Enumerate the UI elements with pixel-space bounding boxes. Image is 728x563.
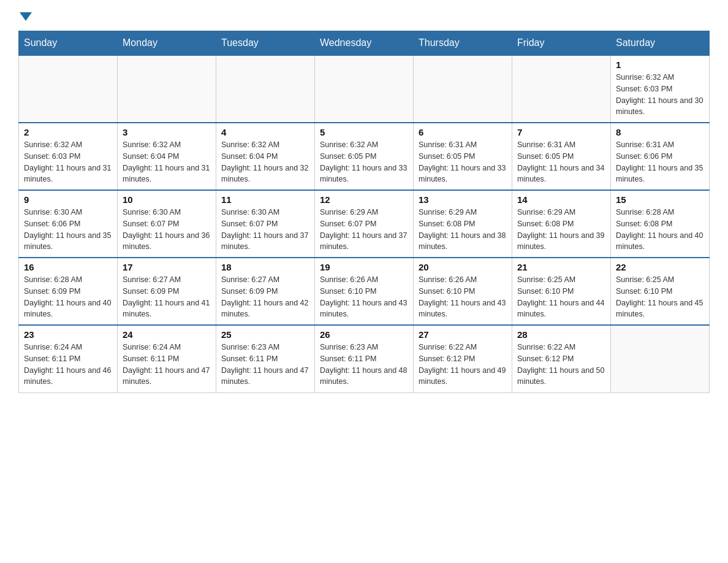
- day-number: 7: [517, 127, 605, 137]
- day-info: Sunrise: 6:30 AMSunset: 6:07 PMDaylight:…: [221, 207, 309, 253]
- day-info: Sunrise: 6:25 AMSunset: 6:10 PMDaylight:…: [616, 274, 704, 320]
- day-number: 16: [24, 262, 112, 272]
- day-info: Sunrise: 6:27 AMSunset: 6:09 PMDaylight:…: [221, 274, 309, 320]
- calendar-cell: 14Sunrise: 6:29 AMSunset: 6:08 PMDayligh…: [512, 190, 611, 258]
- day-number: 13: [419, 194, 507, 205]
- day-number: 6: [419, 127, 507, 137]
- calendar-cell: 11Sunrise: 6:30 AMSunset: 6:07 PMDayligh…: [216, 190, 315, 258]
- day-number: 24: [123, 329, 211, 340]
- page-header: [18, 12, 710, 21]
- day-number: 10: [123, 194, 211, 205]
- calendar-cell: 2Sunrise: 6:32 AMSunset: 6:03 PMDaylight…: [19, 123, 118, 190]
- calendar-cell: [216, 55, 315, 123]
- calendar-week-row: 2Sunrise: 6:32 AMSunset: 6:03 PMDaylight…: [19, 123, 710, 190]
- calendar-cell: 5Sunrise: 6:32 AMSunset: 6:05 PMDaylight…: [315, 123, 414, 190]
- day-info: Sunrise: 6:26 AMSunset: 6:10 PMDaylight:…: [320, 274, 408, 320]
- calendar-cell: 1Sunrise: 6:32 AMSunset: 6:03 PMDaylight…: [611, 55, 710, 123]
- day-info: Sunrise: 6:29 AMSunset: 6:08 PMDaylight:…: [419, 207, 507, 253]
- day-info: Sunrise: 6:32 AMSunset: 6:03 PMDaylight:…: [24, 139, 112, 185]
- calendar-week-row: 1Sunrise: 6:32 AMSunset: 6:03 PMDaylight…: [19, 55, 710, 123]
- logo-triangle-icon: [20, 12, 32, 21]
- day-number: 1: [616, 59, 704, 70]
- day-number: 26: [320, 329, 408, 340]
- day-number: 3: [123, 127, 211, 137]
- calendar-week-row: 16Sunrise: 6:28 AMSunset: 6:09 PMDayligh…: [19, 258, 710, 325]
- calendar-week-row: 23Sunrise: 6:24 AMSunset: 6:11 PMDayligh…: [19, 325, 710, 393]
- calendar-cell: 13Sunrise: 6:29 AMSunset: 6:08 PMDayligh…: [414, 190, 512, 258]
- day-number: 4: [221, 127, 309, 137]
- calendar-cell: 23Sunrise: 6:24 AMSunset: 6:11 PMDayligh…: [19, 325, 118, 393]
- calendar-header-row: SundayMondayTuesdayWednesdayThursdayFrid…: [19, 31, 710, 56]
- calendar-cell: 4Sunrise: 6:32 AMSunset: 6:04 PMDaylight…: [216, 123, 315, 190]
- day-info: Sunrise: 6:30 AMSunset: 6:06 PMDaylight:…: [24, 207, 112, 253]
- day-info: Sunrise: 6:27 AMSunset: 6:09 PMDaylight:…: [123, 274, 211, 320]
- day-info: Sunrise: 6:32 AMSunset: 6:04 PMDaylight:…: [221, 139, 309, 185]
- day-info: Sunrise: 6:32 AMSunset: 6:04 PMDaylight:…: [123, 139, 211, 185]
- day-number: 11: [221, 194, 309, 205]
- day-info: Sunrise: 6:32 AMSunset: 6:05 PMDaylight:…: [320, 139, 408, 185]
- day-info: Sunrise: 6:29 AMSunset: 6:07 PMDaylight:…: [320, 207, 408, 253]
- calendar-cell: [414, 55, 512, 123]
- calendar-cell: 20Sunrise: 6:26 AMSunset: 6:10 PMDayligh…: [414, 258, 512, 325]
- calendar-cell: 27Sunrise: 6:22 AMSunset: 6:12 PMDayligh…: [414, 325, 512, 393]
- calendar-cell: 10Sunrise: 6:30 AMSunset: 6:07 PMDayligh…: [118, 190, 216, 258]
- calendar-cell: 7Sunrise: 6:31 AMSunset: 6:05 PMDaylight…: [512, 123, 611, 190]
- day-number: 19: [320, 262, 408, 272]
- calendar-cell: [19, 55, 118, 123]
- weekday-header-friday: Friday: [512, 31, 611, 56]
- day-number: 20: [419, 262, 507, 272]
- day-info: Sunrise: 6:22 AMSunset: 6:12 PMDaylight:…: [419, 342, 507, 388]
- day-number: 21: [517, 262, 605, 272]
- day-info: Sunrise: 6:23 AMSunset: 6:11 PMDaylight:…: [320, 342, 408, 388]
- day-info: Sunrise: 6:31 AMSunset: 6:05 PMDaylight:…: [517, 139, 605, 185]
- calendar-cell: 15Sunrise: 6:28 AMSunset: 6:08 PMDayligh…: [611, 190, 710, 258]
- day-info: Sunrise: 6:23 AMSunset: 6:11 PMDaylight:…: [221, 342, 309, 388]
- calendar-cell: 6Sunrise: 6:31 AMSunset: 6:05 PMDaylight…: [414, 123, 512, 190]
- day-info: Sunrise: 6:24 AMSunset: 6:11 PMDaylight:…: [24, 342, 112, 388]
- calendar-cell: 26Sunrise: 6:23 AMSunset: 6:11 PMDayligh…: [315, 325, 414, 393]
- day-info: Sunrise: 6:25 AMSunset: 6:10 PMDaylight:…: [517, 274, 605, 320]
- calendar-cell: 8Sunrise: 6:31 AMSunset: 6:06 PMDaylight…: [611, 123, 710, 190]
- day-number: 25: [221, 329, 309, 340]
- weekday-header-wednesday: Wednesday: [315, 31, 414, 56]
- calendar-cell: [611, 325, 710, 393]
- day-number: 12: [320, 194, 408, 205]
- calendar-cell: [512, 55, 611, 123]
- day-number: 28: [517, 329, 605, 340]
- day-number: 27: [419, 329, 507, 340]
- day-info: Sunrise: 6:29 AMSunset: 6:08 PMDaylight:…: [517, 207, 605, 253]
- day-info: Sunrise: 6:31 AMSunset: 6:06 PMDaylight:…: [616, 139, 704, 185]
- day-info: Sunrise: 6:31 AMSunset: 6:05 PMDaylight:…: [419, 139, 507, 185]
- day-info: Sunrise: 6:30 AMSunset: 6:07 PMDaylight:…: [123, 207, 211, 253]
- calendar-cell: 21Sunrise: 6:25 AMSunset: 6:10 PMDayligh…: [512, 258, 611, 325]
- day-info: Sunrise: 6:32 AMSunset: 6:03 PMDaylight:…: [616, 72, 704, 118]
- calendar-table: SundayMondayTuesdayWednesdayThursdayFrid…: [18, 31, 710, 393]
- calendar-cell: 9Sunrise: 6:30 AMSunset: 6:06 PMDaylight…: [19, 190, 118, 258]
- day-number: 9: [24, 194, 112, 205]
- day-info: Sunrise: 6:24 AMSunset: 6:11 PMDaylight:…: [123, 342, 211, 388]
- weekday-header-monday: Monday: [118, 31, 216, 56]
- calendar-cell: 3Sunrise: 6:32 AMSunset: 6:04 PMDaylight…: [118, 123, 216, 190]
- weekday-header-sunday: Sunday: [19, 31, 118, 56]
- day-number: 8: [616, 127, 704, 137]
- calendar-cell: [315, 55, 414, 123]
- calendar-cell: 16Sunrise: 6:28 AMSunset: 6:09 PMDayligh…: [19, 258, 118, 325]
- calendar-cell: [118, 55, 216, 123]
- calendar-cell: 19Sunrise: 6:26 AMSunset: 6:10 PMDayligh…: [315, 258, 414, 325]
- day-number: 17: [123, 262, 211, 272]
- weekday-header-thursday: Thursday: [414, 31, 512, 56]
- calendar-cell: 18Sunrise: 6:27 AMSunset: 6:09 PMDayligh…: [216, 258, 315, 325]
- day-number: 22: [616, 262, 704, 272]
- logo: [18, 12, 33, 21]
- day-number: 5: [320, 127, 408, 137]
- day-info: Sunrise: 6:22 AMSunset: 6:12 PMDaylight:…: [517, 342, 605, 388]
- day-info: Sunrise: 6:28 AMSunset: 6:08 PMDaylight:…: [616, 207, 704, 253]
- day-number: 18: [221, 262, 309, 272]
- day-info: Sunrise: 6:26 AMSunset: 6:10 PMDaylight:…: [419, 274, 507, 320]
- day-info: Sunrise: 6:28 AMSunset: 6:09 PMDaylight:…: [24, 274, 112, 320]
- day-number: 2: [24, 127, 112, 137]
- calendar-cell: 22Sunrise: 6:25 AMSunset: 6:10 PMDayligh…: [611, 258, 710, 325]
- calendar-cell: 25Sunrise: 6:23 AMSunset: 6:11 PMDayligh…: [216, 325, 315, 393]
- calendar-cell: 28Sunrise: 6:22 AMSunset: 6:12 PMDayligh…: [512, 325, 611, 393]
- calendar-week-row: 9Sunrise: 6:30 AMSunset: 6:06 PMDaylight…: [19, 190, 710, 258]
